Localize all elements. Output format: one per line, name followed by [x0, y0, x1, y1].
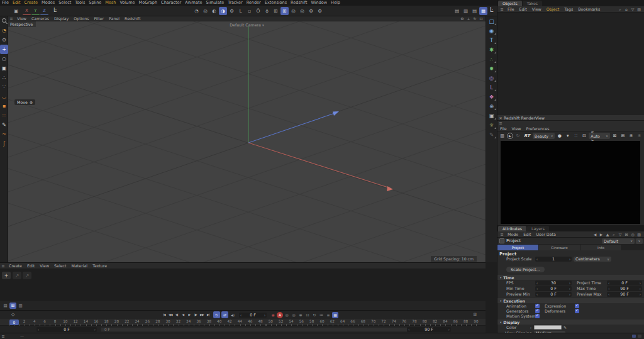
- viewport-menu-item[interactable]: Redshift: [122, 16, 143, 21]
- timeline-playhead[interactable]: 0: [9, 320, 19, 325]
- renderview-menu-item[interactable]: File: [497, 126, 509, 131]
- modeling-axis-icon[interactable]: Ô: [254, 7, 262, 15]
- axis-lock-button[interactable]: Z: [40, 7, 48, 15]
- timeline-ruler[interactable]: 0246810121416182022242628303234363840424…: [0, 319, 486, 326]
- left-tool-icon[interactable]: ◡: [0, 92, 8, 101]
- transport-button[interactable]: ▶▶: [199, 311, 205, 318]
- left-tool-icon[interactable]: +: [0, 45, 8, 54]
- menu-item[interactable]: Edit: [11, 0, 23, 6]
- material-arrow-icon[interactable]: ↗: [23, 272, 31, 279]
- left-tool-icon[interactable]: ○: [0, 54, 8, 64]
- rt-toggle[interactable]: RT: [523, 133, 531, 138]
- range-start-field[interactable]: 0 F: [36, 327, 97, 332]
- palette-icon[interactable]: ⊕: [487, 101, 497, 111]
- transport-button[interactable]: ◀|: [174, 311, 180, 318]
- render-output[interactable]: [501, 141, 640, 224]
- menu-item[interactable]: Volume: [118, 0, 136, 6]
- workplane-icon[interactable]: Ŀ: [487, 6, 496, 13]
- viewport-menu-item[interactable]: Options: [71, 16, 91, 21]
- menu-item[interactable]: MoGraph: [137, 0, 160, 6]
- objects-menu-item[interactable]: Bookmarks: [575, 7, 602, 11]
- left-tool-icon[interactable]: ~: [0, 130, 8, 139]
- menu-item[interactable]: Extensions: [263, 0, 289, 6]
- record-button[interactable]: ≡: [325, 312, 331, 318]
- record-button[interactable]: ≔: [318, 312, 325, 318]
- material-view-icon[interactable]: ▤: [2, 303, 9, 309]
- value-field[interactable]: 0 F: [607, 281, 642, 286]
- checkbox[interactable]: [575, 304, 579, 308]
- renderview-icon[interactable]: ●: [556, 133, 563, 140]
- material-menu-item[interactable]: Create: [6, 264, 25, 268]
- menu-item[interactable]: Help: [329, 0, 342, 6]
- checkbox[interactable]: [535, 314, 540, 318]
- renderview-icon[interactable]: ⊞: [619, 133, 626, 140]
- object-tree[interactable]: [497, 13, 644, 115]
- snap-settings-icon[interactable]: ⚙: [228, 7, 236, 15]
- value-field[interactable]: 0 F: [535, 292, 572, 297]
- value-field[interactable]: 90 F: [607, 292, 642, 297]
- snap-off-icon[interactable]: ◔: [192, 7, 201, 15]
- record-button[interactable]: ⊕: [297, 312, 304, 318]
- transport-toggle[interactable]: ↻: [213, 311, 220, 318]
- renderview-icon[interactable]: ▥: [499, 133, 506, 140]
- material-menu-item[interactable]: Material: [69, 264, 91, 268]
- transport-button[interactable]: ▶: [186, 311, 192, 318]
- objects-corner-icon[interactable]: ⌂: [624, 7, 629, 12]
- attribute-section-tab[interactable]: Cineware: [539, 245, 580, 250]
- preview-range-bar[interactable]: 0 F 90 F: [101, 327, 448, 332]
- viewport-corner-icon[interactable]: ↻: [472, 16, 477, 21]
- renderview-icon[interactable]: ⊠: [611, 133, 618, 140]
- quantize-icon[interactable]: ⊞: [280, 7, 289, 15]
- color-swatch[interactable]: [534, 325, 562, 330]
- palette-icon[interactable]: ✎: [487, 130, 497, 139]
- coordinate-system-icon[interactable]: Ŀ: [50, 7, 60, 13]
- menu-item[interactable]: Animate: [183, 0, 204, 6]
- renderview-icon[interactable]: ❄: [628, 133, 635, 140]
- menu-item[interactable]: Window: [309, 0, 329, 6]
- viewport-menu-item[interactable]: View: [14, 16, 29, 21]
- palette-icon[interactable]: ◉: [487, 26, 497, 35]
- palette-icon[interactable]: ◎: [487, 73, 497, 82]
- value-field[interactable]: 30: [535, 281, 572, 286]
- workplane-lock-icon[interactable]: ▫: [245, 7, 253, 15]
- time-section-header[interactable]: Time: [497, 275, 644, 280]
- objects-menu-item[interactable]: Object: [544, 7, 562, 11]
- transport-button[interactable]: ◀◀: [167, 311, 174, 318]
- menu-item[interactable]: Mesh: [103, 0, 118, 6]
- search-icon[interactable]: [2, 18, 6, 23]
- preset-men-button[interactable]: [636, 238, 643, 244]
- panel-tab[interactable]: Layers: [527, 226, 549, 231]
- attributes-corner-icon[interactable]: ▶: [599, 232, 604, 237]
- material-view-icon[interactable]: ⊞: [9, 303, 16, 309]
- checkbox[interactable]: [575, 309, 579, 313]
- transport-button[interactable]: |▶: [192, 311, 199, 318]
- attribute-section-tab[interactable]: Project: [497, 245, 539, 250]
- pivot-icon[interactable]: ◎: [298, 7, 306, 15]
- left-tool-icon[interactable]: ∵: [0, 82, 8, 92]
- objects-menu-item[interactable]: Tags: [562, 7, 575, 11]
- material-menu-item[interactable]: Edit: [25, 264, 37, 268]
- menu-item[interactable]: Modes: [40, 0, 57, 6]
- axis-lock-button[interactable]: X: [23, 7, 31, 15]
- objects-menu-item[interactable]: File: [505, 7, 517, 11]
- record-button[interactable]: ▦: [332, 312, 338, 318]
- keyframe-diamond-icon[interactable]: ◇: [11, 312, 14, 317]
- checkbox[interactable]: [535, 304, 540, 308]
- add-material-button[interactable]: +: [2, 272, 11, 279]
- viewport-corner-icon[interactable]: +: [466, 16, 471, 21]
- left-tool-icon[interactable]: ✎: [0, 120, 8, 130]
- snapshot-dropdown[interactable]: < Auto >: [589, 133, 610, 139]
- palette-icon[interactable]: T: [487, 35, 497, 45]
- material-view-icon[interactable]: ▥: [17, 303, 24, 309]
- status-indicator-icon[interactable]: [632, 335, 636, 338]
- render-pass-dropdown[interactable]: Beauty: [533, 133, 555, 139]
- value-field[interactable]: 90 F: [607, 286, 642, 291]
- attributes-menu-item[interactable]: User Data: [533, 232, 558, 236]
- camera-selector[interactable]: Default Camera ▾: [8, 23, 486, 27]
- attributes-corner-icon[interactable]: ▨: [636, 232, 641, 237]
- panel-tab[interactable]: Objects: [498, 1, 522, 6]
- attribute-section-tab[interactable]: Info: [580, 245, 622, 250]
- checkbox[interactable]: [535, 309, 540, 313]
- renderview-hamburger-icon[interactable]: [497, 121, 504, 126]
- transport-button[interactable]: ◀: [180, 311, 186, 318]
